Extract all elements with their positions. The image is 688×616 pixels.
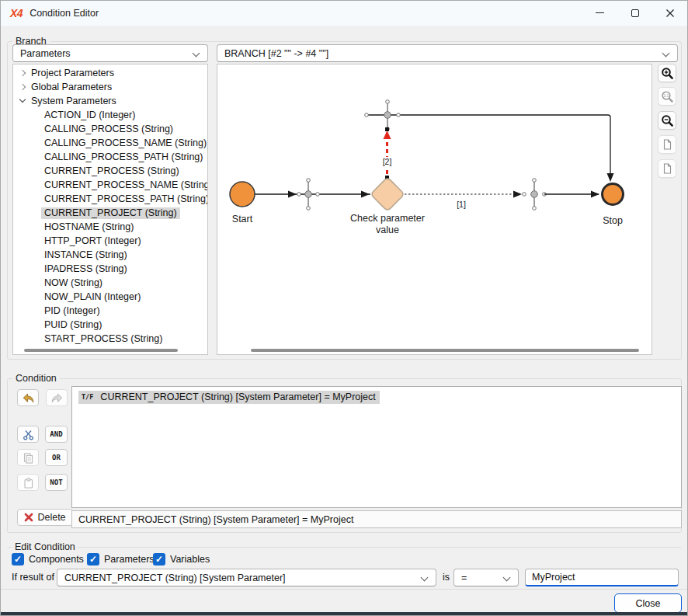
fit-selection-button[interactable] — [658, 159, 676, 178]
undo-icon — [22, 392, 35, 404]
tree-item-project-parameters[interactable]: Project Parameters — [13, 66, 207, 80]
tree-item-label: Project Parameters — [31, 68, 114, 78]
tree-item[interactable]: CALLING_PROCESS_PATH (String) — [13, 150, 207, 164]
paste-icon — [23, 477, 34, 489]
tree-item[interactable]: CURRENT_PROCESS_PATH (String) — [13, 192, 207, 206]
window-title: Condition Editor — [30, 8, 99, 19]
is-label: is — [443, 572, 450, 583]
tree-item-global-parameters[interactable]: Global Parameters — [13, 80, 207, 94]
window-controls — [582, 1, 687, 26]
checkbox-checked-icon[interactable] — [12, 553, 24, 566]
expression-combobox[interactable]: CURRENT_PROJECT (String) [System Paramet… — [57, 569, 436, 586]
diagram-horizontal-scrollbar[interactable] — [251, 349, 639, 352]
cut-icon — [23, 429, 34, 440]
zoom-out-button[interactable] — [658, 111, 676, 130]
delete-button-label: Delete — [37, 512, 65, 523]
zoom-in-button[interactable] — [658, 64, 676, 82]
and-button[interactable]: AND — [45, 426, 68, 443]
tree-item[interactable]: PID (Integer) — [13, 304, 207, 318]
chevron-right-icon[interactable] — [19, 69, 26, 77]
tree-item-label: START_PROCESS (String) — [44, 333, 162, 344]
close-window-button[interactable] — [652, 1, 687, 25]
minimize-icon — [596, 12, 604, 13]
tree-item[interactable]: PUID (String) — [13, 318, 207, 332]
titlebar[interactable]: X4 Condition Editor — [1, 1, 687, 26]
tree-item[interactable]: NOW (String) — [13, 276, 207, 290]
tree-horizontal-scrollbar[interactable] — [24, 349, 178, 352]
tree-item-current-project-selected[interactable]: CURRENT_PROJECT (String) — [13, 206, 207, 220]
parameter-category-value: Parameters — [20, 48, 71, 59]
undo-button[interactable] — [17, 389, 39, 406]
tree-item-system-parameters[interactable]: System Parameters — [13, 94, 207, 108]
paste-button[interactable] — [17, 474, 39, 491]
chevron-down-icon[interactable] — [19, 97, 26, 105]
tree-item[interactable]: IPADRESS (String) — [13, 262, 207, 276]
arrowhead-icon — [361, 191, 370, 198]
tree-item[interactable]: CALLING_PROCESS_NAME (String) — [13, 136, 207, 150]
or-button[interactable]: OR — [45, 449, 68, 466]
parameter-category-combobox[interactable]: Parameters — [12, 44, 208, 62]
maximize-icon — [631, 9, 639, 17]
chevron-down-icon — [662, 50, 670, 57]
condition-list-item-selected[interactable]: T/F CURRENT_PROJECT (String) [System Par… — [78, 391, 380, 404]
maximize-button[interactable] — [617, 1, 652, 25]
components-checkbox-label: Components — [29, 554, 84, 565]
process-diagram: [2] [1] — [217, 64, 652, 344]
not-button[interactable]: NOT — [45, 474, 68, 491]
value-input[interactable] — [525, 569, 679, 586]
x4-logo-icon: X4 — [10, 7, 23, 19]
tree-item[interactable]: NOW_PLAIN (Integer) — [13, 290, 207, 304]
tree-item-label: HTTP_PORT (Integer) — [44, 235, 141, 246]
tree-item-label: PID (Integer) — [44, 305, 100, 316]
branch-combobox[interactable]: BRANCH [#2 "" -> #4 ""] — [217, 44, 678, 62]
zoom-actual-size-button[interactable]: 1:1 — [658, 87, 676, 106]
edge-connector-handle[interactable] — [297, 179, 320, 211]
branch-group: Branch Parameters BRANCH [#2 "" -> #4 ""… — [7, 41, 682, 360]
tree-item-label: INSTANCE (String) — [44, 249, 127, 260]
variables-checkbox-label: Variables — [170, 554, 210, 565]
checkbox-checked-icon[interactable] — [87, 553, 99, 566]
edit-condition-group-label: Edit Condition — [12, 541, 78, 553]
tree-item[interactable]: INSTANCE (String) — [13, 248, 207, 262]
parameter-tree[interactable]: Project Parameters Global Parameters Sys… — [12, 64, 208, 355]
arrowhead-icon — [384, 131, 391, 139]
start-node[interactable] — [230, 182, 255, 207]
decision-node-label: value — [376, 224, 399, 235]
process-diagram-canvas[interactable]: [2] [1] — [217, 64, 652, 355]
condition-list[interactable]: T/F CURRENT_PROJECT (String) [System Par… — [71, 386, 682, 508]
operator-combobox[interactable]: = — [453, 569, 519, 586]
tree-item[interactable]: HTTP_PORT (Integer) — [13, 234, 207, 248]
parameters-checkbox[interactable]: Parameters — [87, 553, 155, 566]
edge-connector-handle[interactable] — [523, 179, 547, 211]
tree-item[interactable]: CALLING_PROCESS (String) — [13, 122, 207, 136]
condition-detail-field: CURRENT_PROJECT (String) [System Paramet… — [71, 510, 682, 528]
minimize-button[interactable] — [582, 1, 617, 25]
delete-button[interactable]: Delete — [17, 509, 73, 526]
components-checkbox[interactable]: Components — [12, 553, 84, 566]
checkbox-checked-icon[interactable] — [153, 553, 165, 566]
edge-branch2-active[interactable]: [2] — [380, 127, 394, 181]
variables-checkbox[interactable]: Variables — [153, 553, 210, 566]
tree-item[interactable]: CURRENT_PROCESS_NAME (String) — [13, 178, 207, 192]
decision-node[interactable] — [370, 177, 405, 211]
chevron-right-icon[interactable] — [19, 83, 26, 91]
close-button[interactable]: Close — [614, 593, 682, 613]
copy-button[interactable] — [17, 449, 39, 466]
tree-item-label: CALLING_PROCESS (String) — [44, 124, 173, 134]
parameters-checkbox-label: Parameters — [104, 554, 155, 565]
tree-item[interactable]: HOSTNAME (String) — [13, 220, 207, 234]
stop-node[interactable] — [603, 184, 624, 205]
tree-item-label: System Parameters — [31, 96, 116, 106]
edge-endpoint-handle[interactable] — [385, 127, 389, 131]
tree-item[interactable]: ACTION_ID (Integer) — [13, 108, 207, 122]
tree-item[interactable]: CURRENT_PROCESS (String) — [13, 164, 207, 178]
edge-branch2-line[interactable] — [367, 115, 610, 177]
tree-item-label: NOW_PLAIN (Integer) — [44, 291, 141, 302]
cut-button[interactable] — [17, 426, 39, 443]
and-button-label: AND — [50, 430, 62, 438]
redo-button[interactable] — [46, 389, 68, 406]
tree-item[interactable]: START_PROCESS (String) — [13, 332, 207, 346]
operator-combobox-value: = — [461, 572, 467, 583]
fit-page-icon — [661, 138, 673, 151]
fit-page-button[interactable] — [658, 135, 676, 154]
